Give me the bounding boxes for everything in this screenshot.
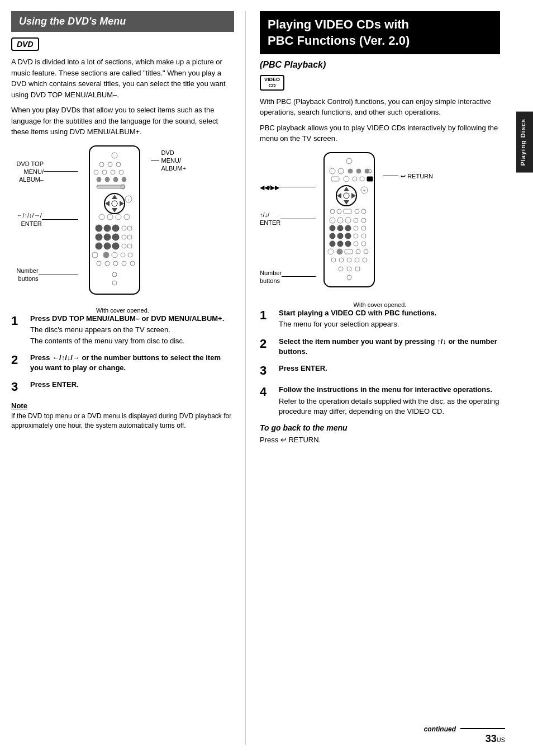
svg-point-72 [344, 193, 349, 199]
left-step2-content: Press ←/↑/↓/→ or the number buttons to s… [30, 353, 234, 373]
svg-point-8 [119, 170, 123, 174]
svg-point-64 [353, 177, 357, 181]
left-step3-content: Press ENTER. [30, 380, 234, 390]
svg-point-36 [127, 235, 132, 239]
right-remote-right-labels: ↩ RETURN [383, 150, 433, 191]
page-number-container: continued 33US [424, 725, 505, 745]
svg-rect-102 [345, 249, 353, 254]
svg-point-49 [113, 261, 118, 266]
left-remote-left-labels: DVD TOP MENU/ ALBUM– ←/↑/↓/→/ ENTER Numb… [17, 143, 78, 294]
right-step-4: 4 Follow the instructions in the menu fo… [260, 385, 500, 417]
left-section-title: Using the DVD's Menu [19, 16, 126, 27]
pbc-heading: (PBC Playback) [260, 60, 500, 70]
sub-heading-return: To go back to the menu [260, 423, 500, 432]
svg-point-97 [345, 241, 351, 247]
svg-point-38 [104, 243, 111, 249]
svg-point-76 [337, 209, 341, 214]
svg-point-45 [121, 253, 125, 257]
number-right-connector [282, 276, 316, 277]
right-step4-bold: Follow the instructions in the menu for … [279, 385, 492, 394]
svg-point-39 [112, 243, 119, 249]
videocd-badge: VIDEO CD [260, 75, 284, 91]
svg-text:i: i [128, 197, 129, 202]
svg-point-96 [337, 241, 343, 247]
label-enter-left: ←/↑/↓/→/ ENTER [17, 211, 78, 228]
svg-point-41 [127, 244, 132, 248]
page-suffix-text: US [497, 736, 505, 743]
svg-point-101 [337, 249, 342, 254]
svg-point-88 [354, 226, 358, 230]
dvd-menu-connector-right [151, 160, 159, 160]
svg-point-20 [112, 201, 117, 206]
left-step1-normal-2: The contents of the menu vary from disc … [30, 336, 234, 346]
svg-point-79 [361, 209, 366, 214]
number-right-label-text: Number buttons [260, 269, 282, 285]
dvd-top-connector [44, 171, 78, 172]
right-with-cover-label: With cover opened. [354, 301, 407, 308]
svg-point-12 [122, 177, 126, 182]
right-step3-bold: Press ENTER. [279, 364, 327, 372]
right-intro-text-2: PBC playback allows you to play VIDEO CD… [260, 122, 500, 144]
right-remote-diagram: ◀◀/▶▶ ↑/↓/ ENTER Number buttons [260, 150, 494, 296]
right-step1-content: Start playing a VIDEO CD with PBC functi… [279, 308, 500, 329]
right-step-1: 1 Start playing a VIDEO CD with PBC func… [260, 308, 500, 329]
svg-point-113 [347, 275, 351, 280]
right-step2-number: 2 [260, 337, 275, 351]
svg-point-81 [337, 218, 343, 223]
svg-rect-0 [89, 146, 140, 294]
label-number-left: Number buttons [17, 267, 78, 283]
svg-point-93 [354, 234, 358, 238]
svg-point-4 [116, 162, 121, 167]
svg-point-56 [330, 168, 335, 174]
return-connector [383, 176, 398, 176]
svg-point-31 [127, 226, 132, 230]
svg-rect-77 [344, 209, 351, 214]
svg-marker-17 [112, 208, 117, 212]
continued-line [460, 728, 505, 729]
svg-point-80 [330, 218, 335, 223]
right-remote-svg: + [316, 150, 383, 290]
label-dvd-top: DVD TOP MENU/ ALBUM– [17, 160, 78, 184]
svg-point-103 [356, 249, 360, 254]
svg-point-112 [355, 267, 360, 271]
dvd-menu-label-text: DVD MENU/ ALBUM+ [161, 149, 196, 173]
svg-point-9 [97, 177, 101, 182]
svg-point-26 [124, 214, 130, 220]
svg-marker-18 [105, 201, 110, 206]
svg-point-37 [96, 243, 102, 249]
svg-point-46 [128, 253, 132, 257]
svg-point-82 [345, 218, 351, 223]
svg-point-107 [347, 258, 351, 262]
label-skipback: ◀◀/▶▶ [260, 183, 316, 191]
right-step3-content: Press ENTER. [279, 363, 500, 374]
right-step4-number: 4 [260, 385, 275, 399]
svg-point-111 [347, 267, 351, 271]
svg-marker-16 [112, 195, 117, 199]
right-step4-normal: Refer to the operation details supplied … [279, 396, 500, 417]
svg-point-34 [112, 234, 119, 240]
left-remote-svg-container: i [78, 143, 151, 301]
videocd-line1: VIDEO [264, 77, 280, 83]
svg-marker-19 [120, 201, 124, 206]
right-step-2: 2 Select the item number you want by pre… [260, 337, 500, 357]
svg-point-78 [355, 209, 359, 214]
svg-point-51 [130, 261, 135, 266]
number-connector [39, 275, 78, 275]
note-title: Note [11, 401, 234, 410]
svg-point-109 [363, 258, 367, 262]
svg-point-44 [112, 252, 117, 258]
page-container: Playing Discs Using the DVD's Menu DVD A… [0, 0, 533, 756]
svg-marker-70 [337, 193, 341, 199]
svg-point-83 [354, 218, 358, 223]
dvd-top-label-text: DVD TOP MENU/ ALBUM– [17, 160, 44, 184]
right-with-cover: With cover opened. [260, 301, 500, 308]
svg-point-99 [361, 242, 366, 246]
return-label-text: ↩ RETURN [401, 172, 433, 180]
svg-point-11 [113, 177, 118, 182]
svg-point-110 [339, 267, 343, 271]
svg-point-27 [96, 225, 102, 231]
left-remote-svg: i [78, 143, 151, 300]
svg-point-94 [361, 234, 366, 238]
svg-point-5 [94, 170, 98, 174]
left-step1-bold: Press DVD TOP MENU/ALBUM– or DVD MENU/AL… [30, 314, 224, 323]
